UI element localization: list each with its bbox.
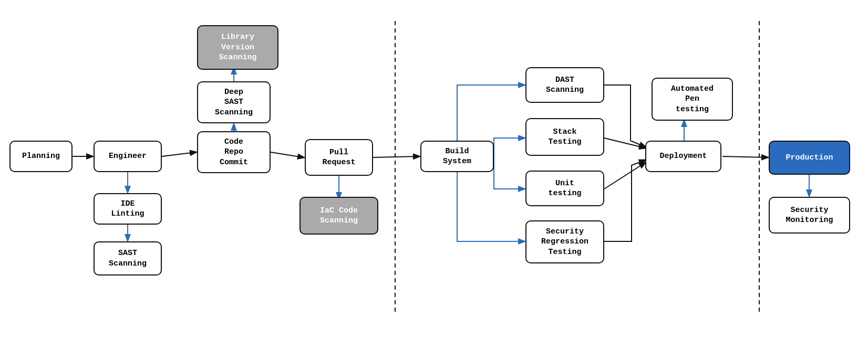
production-node: Production [769,141,850,175]
sast-scanning-node: SASTScanning [94,241,162,276]
library-version-node: LibraryVersionScanning [197,25,278,70]
deep-sast-node: DeepSASTScanning [197,81,271,123]
svg-line-9 [373,156,419,157]
svg-line-6 [271,152,304,157]
diagram: Planning Engineer IDELinting SASTScannin… [0,0,868,339]
svg-line-10 [604,138,645,148]
stack-testing-node: StackTesting [525,118,604,156]
code-repo-node: CodeRepoCommit [197,131,271,173]
build-system-node: BuildSystem [420,141,494,172]
iac-code-node: IaC CodeScanning [299,197,378,235]
unit-testing-node: Unittesting [525,171,604,206]
svg-line-11 [604,163,645,189]
svg-line-13 [722,156,768,157]
automated-pen-node: AutomatedPentesting [652,78,733,121]
ide-linting-node: IDELinting [94,193,162,225]
svg-line-1 [162,152,196,156]
dast-scanning-node: DASTScanning [525,67,604,103]
security-monitoring-node: SecurityMonitoring [769,197,850,234]
deployment-node: Deployment [645,141,721,172]
engineer-node: Engineer [94,141,162,172]
security-regression-node: SecurityRegressionTesting [525,220,604,263]
planning-node: Planning [9,141,73,172]
pull-request-node: PullRequest [305,139,373,176]
